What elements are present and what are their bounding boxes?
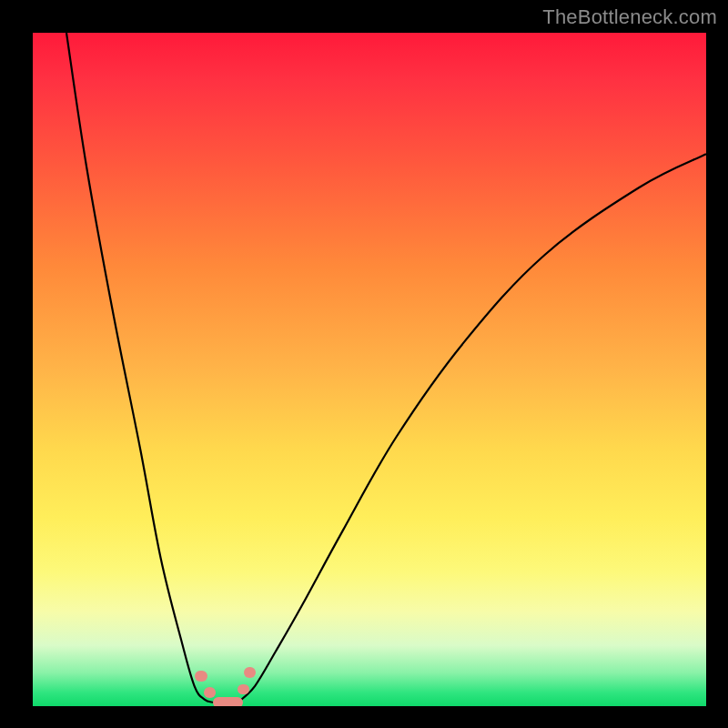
watermark-text: TheBottleneck.com [542,5,717,29]
right-curve [235,154,706,706]
chart-frame: TheBottleneck.com [0,0,728,728]
curves-layer [33,33,706,706]
plot-area [33,33,706,706]
marker-right-upper [244,667,256,678]
marker-bottom-bar [213,697,243,706]
left-curve [66,33,221,706]
marker-left-upper [195,671,207,682]
